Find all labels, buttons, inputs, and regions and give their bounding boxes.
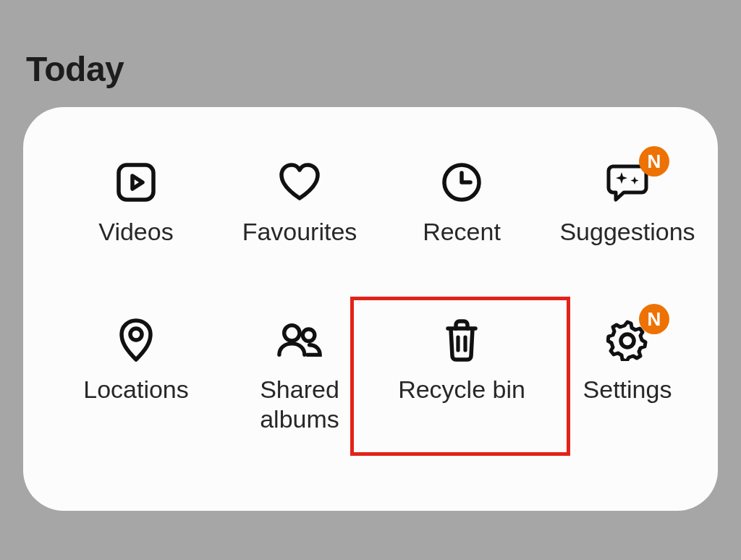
tile-label: Videos: [98, 217, 173, 247]
gear-icon: N: [604, 317, 651, 363]
category-card: Videos Favourites Recent: [23, 107, 718, 511]
tile-label: Suggestions: [559, 217, 695, 247]
play-square-icon: [113, 159, 159, 205]
svg-point-4: [302, 329, 314, 341]
category-grid: Videos Favourites Recent: [23, 107, 718, 511]
tile-recycle-bin[interactable]: Recycle bin: [397, 317, 527, 404]
tile-settings[interactable]: N Settings: [559, 317, 696, 404]
svg-point-2: [130, 328, 142, 340]
clock-icon: [439, 159, 485, 205]
new-badge: N: [639, 146, 669, 177]
page-title: Today: [26, 49, 124, 89]
tile-videos[interactable]: Videos: [71, 159, 201, 247]
location-pin-icon: [113, 317, 159, 363]
svg-point-3: [284, 326, 300, 341]
heart-icon: [276, 159, 323, 205]
sparkle-chat-icon: N: [604, 159, 651, 205]
tile-label: Recent: [423, 217, 501, 247]
tile-favourites[interactable]: Favourites: [234, 159, 365, 247]
new-badge: N: [639, 304, 669, 334]
people-icon: [276, 317, 323, 363]
tile-label: Favourites: [242, 217, 357, 247]
tile-label: Shared albums: [260, 375, 339, 435]
tile-label: Locations: [83, 375, 189, 404]
svg-rect-0: [119, 165, 153, 200]
svg-point-5: [621, 334, 634, 347]
tile-label: Recycle bin: [398, 375, 525, 404]
tile-label: Settings: [583, 375, 672, 404]
tile-suggestions[interactable]: N Suggestions: [559, 159, 696, 247]
trash-icon: [439, 317, 485, 363]
tile-recent[interactable]: Recent: [397, 159, 527, 247]
tile-shared-albums[interactable]: Shared albums: [234, 317, 365, 435]
tile-locations[interactable]: Locations: [71, 317, 201, 404]
